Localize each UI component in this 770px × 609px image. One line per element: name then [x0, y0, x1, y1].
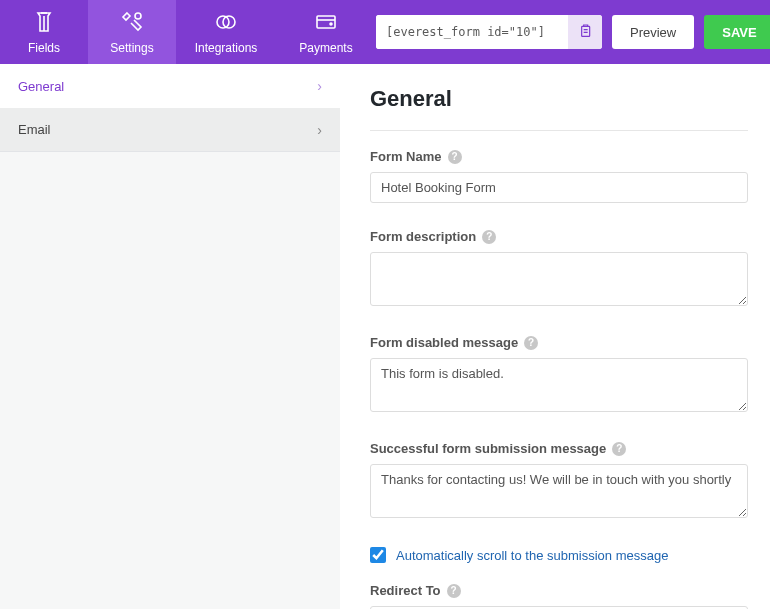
sidebar-item-email[interactable]: Email ›	[0, 108, 340, 152]
sidebar-item-label: General	[18, 79, 64, 94]
label-form-name: Form Name ?	[370, 149, 748, 164]
help-icon[interactable]: ?	[524, 336, 538, 350]
body: General › Email › General Form Name ? Fo…	[0, 64, 770, 609]
tab-payments[interactable]: Payments	[276, 0, 376, 64]
tab-fields[interactable]: Fields	[0, 0, 88, 64]
clipboard-icon	[577, 23, 593, 42]
topbar-tabs: Fields Settings Integrations Payments	[0, 0, 376, 64]
field-form-description: Form description ?	[370, 229, 748, 309]
integrations-icon	[214, 10, 238, 37]
tools-icon	[120, 10, 144, 37]
label-disabled-message: Form disabled message ?	[370, 335, 748, 350]
field-autoscroll: Automatically scroll to the submission m…	[370, 547, 748, 563]
svg-point-4	[330, 23, 332, 25]
tab-label: Settings	[110, 41, 153, 55]
field-redirect: Redirect To ? Same Page ▾	[370, 583, 748, 609]
tab-label: Fields	[28, 41, 60, 55]
svg-rect-5	[582, 26, 590, 36]
chevron-right-icon: ›	[317, 122, 322, 138]
label-form-description: Form description ?	[370, 229, 748, 244]
shortcode-wrap	[376, 15, 602, 49]
copy-shortcode-button[interactable]	[568, 15, 602, 49]
svg-point-0	[135, 13, 141, 19]
tab-label: Payments	[299, 41, 352, 55]
settings-main: General Form Name ? Form description ? F…	[340, 64, 770, 609]
field-form-name: Form Name ?	[370, 149, 748, 203]
payments-icon	[314, 10, 338, 37]
label-text: Form disabled message	[370, 335, 518, 350]
svg-rect-3	[317, 16, 335, 28]
topbar: Fields Settings Integrations Payments	[0, 0, 770, 64]
save-button[interactable]: SAVE	[704, 15, 770, 49]
fields-icon	[32, 10, 56, 37]
label-redirect: Redirect To ?	[370, 583, 748, 598]
chevron-right-icon: ›	[317, 78, 322, 94]
page-title: General	[370, 86, 748, 112]
tab-settings[interactable]: Settings	[88, 0, 176, 64]
label-text: Redirect To	[370, 583, 441, 598]
form-description-input[interactable]	[370, 252, 748, 306]
label-text: Form Name	[370, 149, 442, 164]
label-text: Form description	[370, 229, 476, 244]
help-icon[interactable]: ?	[448, 150, 462, 164]
field-disabled-message: Form disabled message ? This form is dis…	[370, 335, 748, 415]
disabled-message-input[interactable]: This form is disabled.	[370, 358, 748, 412]
success-message-input[interactable]: Thanks for contacting us! We will be in …	[370, 464, 748, 518]
sidebar-item-label: Email	[18, 122, 51, 137]
shortcode-input[interactable]	[376, 15, 568, 49]
topbar-right: Preview SAVE	[376, 0, 770, 64]
help-icon[interactable]: ?	[612, 442, 626, 456]
autoscroll-label[interactable]: Automatically scroll to the submission m…	[396, 548, 668, 563]
autoscroll-checkbox[interactable]	[370, 547, 386, 563]
sidebar-item-general[interactable]: General ›	[0, 64, 340, 108]
tab-integrations[interactable]: Integrations	[176, 0, 276, 64]
label-success-message: Successful form submission message ?	[370, 441, 748, 456]
help-icon[interactable]: ?	[447, 584, 461, 598]
divider	[370, 130, 748, 131]
field-success-message: Successful form submission message ? Tha…	[370, 441, 748, 521]
preview-button[interactable]: Preview	[612, 15, 694, 49]
tab-label: Integrations	[195, 41, 258, 55]
help-icon[interactable]: ?	[482, 230, 496, 244]
label-text: Successful form submission message	[370, 441, 606, 456]
settings-sidebar: General › Email ›	[0, 64, 340, 609]
form-name-input[interactable]	[370, 172, 748, 203]
